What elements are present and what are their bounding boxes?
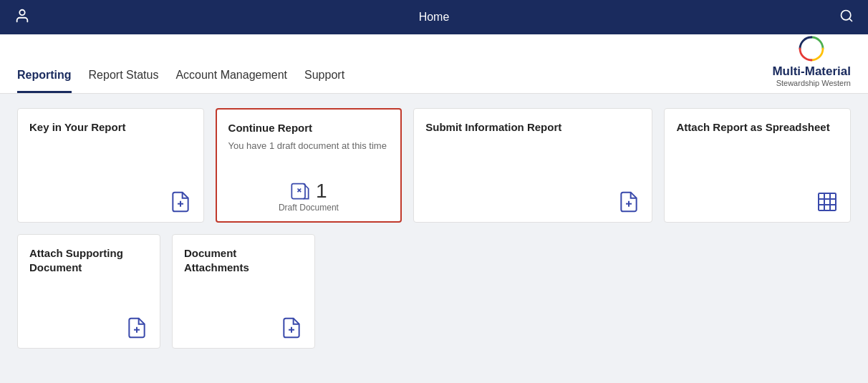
card-continue-report[interactable]: Continue Report You have 1 draft documen… [216, 108, 402, 223]
attach-document-icon [125, 316, 148, 339]
user-icon[interactable] [14, 8, 30, 27]
spreadsheet-icon [816, 190, 839, 213]
continue-icon [290, 181, 310, 201]
card-icon-area-support [29, 316, 148, 339]
logo-sub-text: Stewardship Western [772, 79, 851, 87]
svg-line-2 [849, 18, 852, 21]
header-area: Reporting Report Status Account Manageme… [0, 34, 868, 94]
card-document-attachments[interactable]: Document Attachments [172, 234, 315, 349]
card-icon-area [29, 190, 192, 213]
cards-row-1: Key in Your Report Continue Report You h… [17, 108, 851, 223]
main-content: Reporting Report Status Account Manageme… [0, 34, 868, 383]
tab-support[interactable]: Support [304, 54, 362, 93]
svg-point-0 [19, 9, 24, 14]
tab-account-management[interactable]: Account Management [175, 54, 304, 93]
logo-graphic [797, 34, 826, 63]
page-title: Home [419, 11, 450, 24]
cards-row-2: Attach Supporting Document Document Atta… [17, 234, 851, 349]
card-icon-area-attachments [184, 316, 303, 339]
tab-report-status[interactable]: Report Status [89, 54, 176, 93]
card-icon-area-spreadsheet [676, 190, 839, 213]
logo-main-text: Multi-Material [772, 64, 851, 79]
search-icon[interactable] [839, 9, 854, 26]
document-add-icon [169, 190, 192, 213]
top-navigation-bar: Home [0, 0, 868, 34]
nav-tabs: Reporting Report Status Account Manageme… [17, 54, 362, 93]
count-row: 1 [290, 180, 327, 203]
card-attach-report-spreadsheet[interactable]: Attach Report as Spreadsheet [664, 108, 851, 223]
submit-document-icon [617, 190, 640, 213]
card-count-area: 1 Draft Document [228, 180, 390, 213]
document-attachments-icon [280, 316, 303, 339]
svg-rect-11 [819, 193, 836, 210]
card-attach-supporting-document[interactable]: Attach Supporting Document [17, 234, 160, 349]
tab-reporting[interactable]: Reporting [17, 54, 89, 93]
card-submit-information-report[interactable]: Submit Information Report [413, 108, 652, 223]
card-icon-area-submit [425, 190, 640, 213]
logo: Multi-Material Stewardship Western [772, 34, 851, 93]
card-key-in-report[interactable]: Key in Your Report [17, 108, 204, 223]
cards-area: Key in Your Report Continue Report You h… [0, 94, 868, 383]
